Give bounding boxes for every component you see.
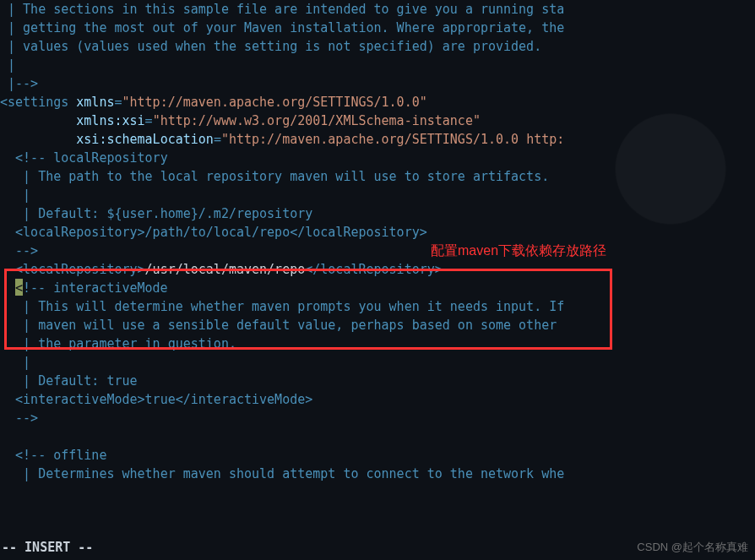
code-segment: |	[0, 188, 30, 203]
code-line[interactable]: |	[0, 186, 755, 204]
code-line[interactable]: <!-- interactiveMode	[0, 279, 755, 297]
code-segment: <localRepository>	[15, 262, 145, 277]
code-line[interactable]: <localRepository>/usr/local/maven/repo</…	[0, 260, 755, 279]
code-segment: |-->	[0, 76, 38, 91]
code-line[interactable]: xsi:schemaLocation="http://maven.apache.…	[0, 130, 755, 149]
code-line[interactable]: | The sections in this sample file are i…	[0, 0, 755, 19]
code-line[interactable]: | getting the most out of your Maven ins…	[0, 19, 755, 37]
code-segment: | values (values used when the setting i…	[0, 39, 541, 54]
code-segment: "http://www.w3.org/2001/XMLSchema-instan…	[153, 113, 481, 128]
code-line[interactable]: | the parameter in question.	[0, 334, 755, 353]
code-line[interactable]: |-->	[0, 74, 755, 93]
code-segment: | This will determine whether maven prom…	[0, 299, 564, 314]
code-segment: =	[145, 113, 153, 128]
code-segment: | getting the most out of your Maven ins…	[0, 20, 564, 35]
code-segment: | the parameter in question.	[0, 336, 236, 351]
code-segment: xmlns	[76, 95, 114, 110]
code-segment: /usr/local/maven/repo	[145, 262, 306, 277]
code-segment: <localRepository>/path/to/local/repo</lo…	[0, 225, 427, 240]
code-segment: !-- interactiveMode	[23, 280, 168, 296]
code-segment: | The sections in this sample file are i…	[0, 2, 564, 17]
editor-viewport[interactable]: | The sections in this sample file are i…	[0, 0, 755, 560]
annotation-text: 配置maven下载依赖存放路径	[431, 241, 606, 261]
code-segment: | maven will use a sensible default valu…	[0, 318, 564, 333]
code-line[interactable]: <interactiveMode>true</interactiveMode>	[0, 390, 755, 409]
code-line[interactable]: | Determines whether maven should attemp…	[0, 465, 755, 483]
code-line[interactable]: -->	[0, 409, 755, 427]
code-segment: "http://maven.apache.org/SETTINGS/1.0.0 …	[221, 132, 564, 147]
code-line[interactable]: |	[0, 56, 755, 74]
code-segment: <!-- offline	[0, 448, 106, 463]
code-segment: -->	[0, 410, 38, 426]
code-segment	[0, 132, 76, 147]
code-segment: | Default: true	[0, 373, 138, 389]
code-line[interactable]: | Default: true	[0, 372, 755, 390]
code-segment	[0, 262, 15, 277]
code-segment: <!-- localRepository	[0, 150, 168, 166]
code-segment: -->	[0, 243, 38, 258]
code-line[interactable]: <localRepository>/path/to/local/repo</lo…	[0, 223, 755, 242]
code-segment: <interactiveMode>true</interactiveMode>	[0, 392, 312, 407]
code-line[interactable]: <!-- localRepository	[0, 149, 755, 167]
watermark-text: CSDN @起个名称真难	[637, 539, 748, 556]
code-segment: | The path to the local repository maven…	[0, 169, 549, 184]
code-segment	[0, 113, 76, 128]
code-segment: <settings	[0, 95, 76, 110]
code-line[interactable]: <!-- offline	[0, 446, 755, 465]
code-segment: | Default: ${user.home}/.m2/repository	[0, 206, 312, 221]
code-segment: | Determines whether maven should attemp…	[0, 466, 564, 481]
code-line[interactable]: |	[0, 353, 755, 372]
code-line[interactable]	[0, 427, 755, 446]
code-line[interactable]: | The path to the local repository maven…	[0, 167, 755, 186]
code-segment: xsi:schemaLocation	[76, 132, 214, 147]
code-segment: =	[214, 132, 221, 147]
code-line[interactable]: -->	[0, 242, 755, 260]
code-line[interactable]: <settings xmlns="http://maven.apache.org…	[0, 93, 755, 111]
code-line[interactable]: | Default: ${user.home}/.m2/repository	[0, 204, 755, 223]
code-segment: "http://maven.apache.org/SETTINGS/1.0.0"	[122, 95, 427, 110]
cursor: <	[15, 279, 23, 296]
code-segment: |	[0, 355, 30, 370]
code-segment: |	[0, 57, 15, 73]
code-line[interactable]: | maven will use a sensible default valu…	[0, 316, 755, 334]
code-line[interactable]: | This will determine whether maven prom…	[0, 297, 755, 316]
code-segment: </localRepository>	[305, 262, 443, 277]
vim-status: -- INSERT --	[2, 538, 93, 557]
code-line[interactable]: xmlns:xsi="http://www.w3.org/2001/XMLSch…	[0, 111, 755, 130]
code-segment: xmlns:xsi	[76, 113, 144, 128]
code-segment: =	[114, 95, 122, 110]
code-line[interactable]: | values (values used when the setting i…	[0, 37, 755, 56]
